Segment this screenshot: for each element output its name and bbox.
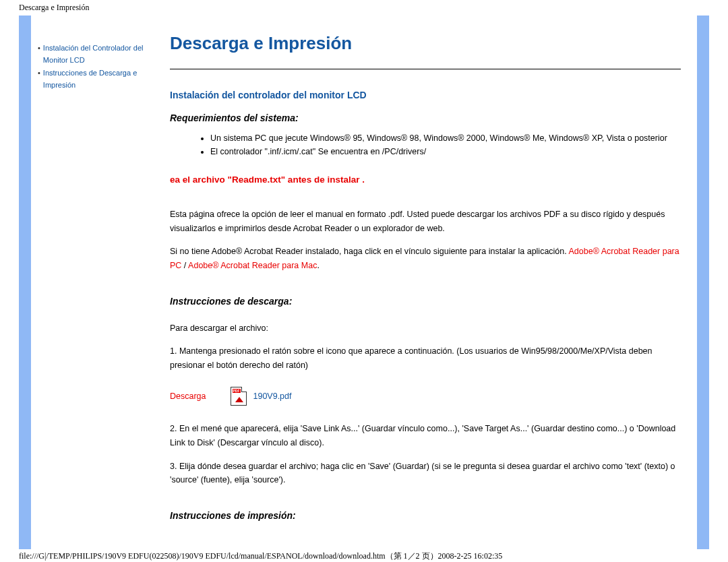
page-frame: • Instalación del Controlador del Monito… <box>19 15 709 549</box>
page-title: Descarga e Impresión <box>170 33 681 54</box>
doc-header-title: Descarga e Impresión <box>0 0 728 15</box>
content-area: Descarga e Impresión Instalación del con… <box>158 15 697 549</box>
suffix: . <box>317 261 319 270</box>
download-step-3: 3. Elija dónde desea guardar el archivo;… <box>170 460 681 487</box>
sidebar: • Instalación del Controlador del Monito… <box>31 15 158 549</box>
acrobat-paragraph: Si no tiene Adobe® Acrobat Reader instal… <box>170 245 681 272</box>
requirements-heading: Requerimientos del sistema: <box>170 113 681 123</box>
sidebar-link[interactable]: Instalación del Controlador del Monitor … <box>43 42 154 66</box>
pdf-icon: PDF <box>231 387 247 406</box>
sidebar-item-install[interactable]: • Instalación del Controlador del Monito… <box>38 42 154 66</box>
divider <box>170 69 681 69</box>
download-step-1: 1. Mantenga presionado el ratón sobre el… <box>170 344 681 372</box>
footer-path: file:///G|/TEMP/PHILIPS/190V9 EDFU(02250… <box>0 549 728 562</box>
acrobat-prefix: Si no tiene Adobe® Acrobat Reader instal… <box>170 247 569 256</box>
download-intro: Para descargar el archivo: <box>170 321 681 336</box>
download-heading: Instrucciones de descarga: <box>170 296 681 307</box>
pdf-filename-link[interactable]: 190V9.pdf <box>253 392 292 401</box>
intro-paragraph: Esta página ofrece la opción de leer el … <box>170 208 681 235</box>
requirements-list: Un sistema PC que jecute Windows® 95, Wi… <box>170 131 681 158</box>
download-row: Descarga PDF 190V9.pdf <box>170 387 681 406</box>
bullet-icon: • <box>38 67 40 80</box>
section-install-heading: Instalación del controlador del monitor … <box>170 90 681 100</box>
download-label: Descarga <box>170 392 206 401</box>
list-item: El controlador ".inf/.icm/.cat" Se encue… <box>210 145 681 158</box>
pdf-download-link[interactable]: PDF 190V9.pdf <box>231 387 292 406</box>
sidebar-link[interactable]: Instrucciones de Descarga e Impresión <box>43 67 154 91</box>
print-heading: Instrucciones de impresión: <box>170 510 681 521</box>
bullet-icon: • <box>38 42 40 55</box>
list-item: Un sistema PC que jecute Windows® 95, Wi… <box>210 131 681 145</box>
download-step-2: 2. En el mené que aparecerá, elija 'Save… <box>170 422 681 449</box>
separator: / <box>181 261 188 270</box>
readme-warning: ea el archivo "Readme.txt" antes de inst… <box>170 175 681 185</box>
sidebar-item-instructions[interactable]: • Instrucciones de Descarga e Impresión <box>38 67 154 91</box>
acrobat-mac-link[interactable]: Adobe® Acrobat Reader para Mac <box>188 261 317 270</box>
